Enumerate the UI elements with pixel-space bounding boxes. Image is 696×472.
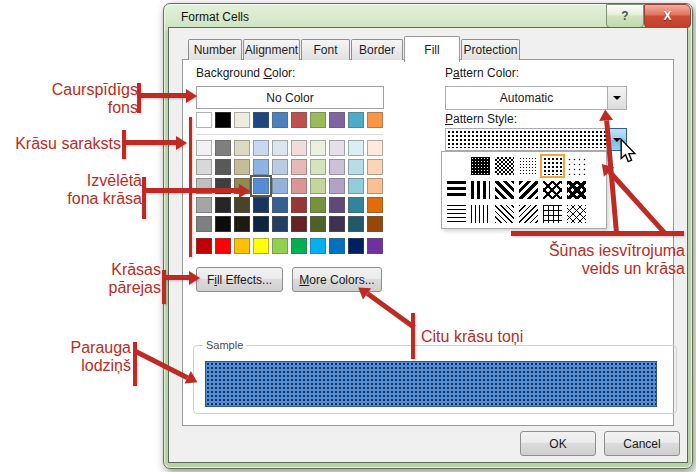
color-swatch[interactable] <box>215 112 231 128</box>
color-swatch[interactable] <box>253 112 269 128</box>
color-swatch[interactable] <box>329 140 345 156</box>
color-swatch[interactable] <box>291 178 307 194</box>
color-swatch[interactable] <box>329 112 345 128</box>
color-swatch[interactable] <box>215 159 231 175</box>
pattern-swatch-thin-diagonal-stripe[interactable] <box>519 205 538 223</box>
color-swatch[interactable] <box>272 112 288 128</box>
color-swatch[interactable] <box>196 216 212 232</box>
pattern-swatch-reverse-diagonal-stripe[interactable] <box>495 181 514 199</box>
close-button[interactable]: X <box>644 4 691 28</box>
pattern-swatch-diagonal-crosshatch[interactable] <box>543 181 562 199</box>
pattern-swatch-vertical-stripe[interactable] <box>471 181 490 199</box>
color-swatch[interactable] <box>253 140 269 156</box>
pattern-swatch-horizontal-stripe[interactable] <box>447 181 466 199</box>
color-swatch[interactable] <box>310 238 326 254</box>
color-swatch[interactable] <box>310 112 326 128</box>
color-swatch[interactable] <box>253 178 269 194</box>
color-swatch[interactable] <box>215 238 231 254</box>
no-color-button[interactable]: No Color <box>196 86 384 109</box>
color-swatch[interactable] <box>329 238 345 254</box>
pattern-style-combo[interactable] <box>445 128 627 151</box>
color-swatch[interactable] <box>367 112 383 128</box>
pattern-swatch-gray-50[interactable] <box>495 157 514 175</box>
color-swatch[interactable] <box>310 140 326 156</box>
color-swatch[interactable] <box>253 197 269 213</box>
tab-protection[interactable]: Protection <box>461 39 520 60</box>
color-swatch[interactable] <box>291 140 307 156</box>
color-swatch[interactable] <box>348 112 364 128</box>
fill-effects-button[interactable]: Fill Effects... <box>196 267 283 292</box>
color-swatch[interactable] <box>272 197 288 213</box>
color-swatch[interactable] <box>348 216 364 232</box>
color-swatch[interactable] <box>367 238 383 254</box>
color-swatch[interactable] <box>291 112 307 128</box>
tab-border[interactable]: Border <box>351 39 403 60</box>
pattern-swatch-thin-diagonal-crosshatch[interactable] <box>567 205 586 223</box>
color-swatch[interactable] <box>329 216 345 232</box>
color-swatch[interactable] <box>367 197 383 213</box>
pattern-swatch-thick-diagonal-crosshatch[interactable] <box>567 181 586 199</box>
color-swatch[interactable] <box>234 216 250 232</box>
color-swatch[interactable] <box>291 238 307 254</box>
color-swatch[interactable] <box>196 238 212 254</box>
color-swatch[interactable] <box>272 159 288 175</box>
color-swatch[interactable] <box>234 238 250 254</box>
tab-alignment[interactable]: Alignment <box>243 39 300 60</box>
cancel-button[interactable]: Cancel <box>604 431 680 456</box>
tab-font[interactable]: Font <box>301 39 350 60</box>
color-swatch[interactable] <box>272 178 288 194</box>
color-swatch[interactable] <box>367 159 383 175</box>
pattern-swatch-thin-reverse-diagonal-stripe[interactable] <box>495 205 514 223</box>
color-swatch[interactable] <box>253 216 269 232</box>
color-swatch[interactable] <box>234 112 250 128</box>
color-swatch[interactable] <box>291 159 307 175</box>
color-swatch[interactable] <box>367 178 383 194</box>
color-swatch[interactable] <box>272 140 288 156</box>
pattern-swatch-gray-12[interactable] <box>543 157 562 175</box>
color-swatch[interactable] <box>196 159 212 175</box>
color-swatch[interactable] <box>196 140 212 156</box>
color-swatch[interactable] <box>272 216 288 232</box>
color-swatch[interactable] <box>348 197 364 213</box>
pattern-color-dropdown-button[interactable] <box>607 87 626 109</box>
color-swatch[interactable] <box>310 159 326 175</box>
color-swatch[interactable] <box>291 216 307 232</box>
pattern-swatch-thin-horizontal-crosshatch[interactable] <box>543 205 562 223</box>
color-swatch[interactable] <box>215 140 231 156</box>
color-swatch[interactable] <box>196 197 212 213</box>
color-swatch[interactable] <box>367 140 383 156</box>
color-swatch[interactable] <box>234 197 250 213</box>
color-swatch[interactable] <box>253 238 269 254</box>
color-swatch[interactable] <box>329 159 345 175</box>
color-swatch[interactable] <box>272 238 288 254</box>
pattern-swatch-gray-6[interactable] <box>567 157 586 175</box>
color-swatch[interactable] <box>234 140 250 156</box>
tab-fill[interactable]: Fill <box>404 36 460 62</box>
pattern-swatch-gray-75[interactable] <box>471 157 490 175</box>
pattern-color-combo[interactable]: Automatic <box>445 86 627 110</box>
color-swatch[interactable] <box>348 140 364 156</box>
color-swatch[interactable] <box>310 216 326 232</box>
pattern-swatch-thin-vertical-stripe[interactable] <box>471 205 490 223</box>
tab-number[interactable]: Number <box>188 39 242 60</box>
color-swatch[interactable] <box>348 238 364 254</box>
help-button[interactable]: ? <box>606 4 644 28</box>
color-swatch[interactable] <box>291 197 307 213</box>
color-swatch[interactable] <box>196 112 212 128</box>
pattern-swatch-solid-none[interactable] <box>447 157 466 175</box>
color-swatch[interactable] <box>348 178 364 194</box>
color-swatch[interactable] <box>367 216 383 232</box>
color-swatch[interactable] <box>329 178 345 194</box>
color-swatch[interactable] <box>215 197 231 213</box>
pattern-swatch-gray-25[interactable] <box>519 157 538 175</box>
color-swatch[interactable] <box>215 216 231 232</box>
color-swatch[interactable] <box>253 159 269 175</box>
color-swatch[interactable] <box>310 197 326 213</box>
ok-button[interactable]: OK <box>520 431 596 456</box>
pattern-swatch-thin-horizontal-stripe[interactable] <box>447 205 466 223</box>
color-swatch[interactable] <box>310 178 326 194</box>
pattern-swatch-diagonal-stripe[interactable] <box>519 181 538 199</box>
color-swatch[interactable] <box>234 159 250 175</box>
color-swatch[interactable] <box>348 159 364 175</box>
color-swatch[interactable] <box>329 197 345 213</box>
